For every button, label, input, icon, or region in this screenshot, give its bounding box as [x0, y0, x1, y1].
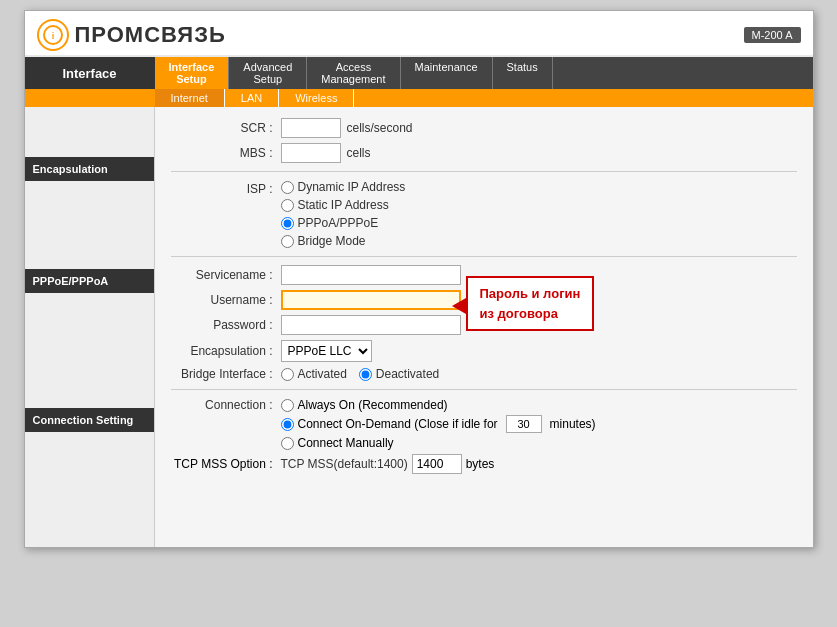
tab-access-management[interactable]: Access Management [307, 57, 400, 89]
isp-static-label: Static IP Address [298, 198, 389, 212]
conn-manually-label: Connect Manually [298, 436, 394, 450]
scr-row: SCR : cells/second [171, 118, 797, 138]
conn-always-on[interactable]: Always On (Recommended) [281, 398, 596, 412]
conn-manually[interactable]: Connect Manually [281, 436, 596, 450]
bridge-activated-label: Activated [298, 367, 347, 381]
annotation-line2: из договора [480, 304, 581, 324]
servicename-label: Servicename : [171, 268, 281, 282]
isp-options: Dynamic IP Address Static IP Address PPP… [281, 180, 406, 248]
logo-icon: i [37, 19, 69, 51]
tab-interface-setup[interactable]: Interface Setup [155, 57, 230, 89]
left-sidebar: Encapsulation PPPoE/PPPoA Connection Set… [25, 107, 155, 547]
username-input[interactable] [281, 290, 461, 310]
mbs-label: MBS : [171, 146, 281, 160]
main-window: i ПРОМСВЯЗЬ M-200 A Interface Interface … [24, 10, 814, 548]
sub-tabs: Internet LAN Wireless [25, 89, 813, 107]
idle-unit: minutes) [550, 417, 596, 431]
isp-pppoe[interactable]: PPPoA/PPPoE [281, 216, 406, 230]
isp-pppoe-radio[interactable] [281, 217, 294, 230]
logo-text: ПРОМСВЯЗЬ [75, 22, 226, 48]
isp-dynamic[interactable]: Dynamic IP Address [281, 180, 406, 194]
tab-interface[interactable]: Interface [25, 57, 155, 89]
password-input[interactable] [281, 315, 461, 335]
connection-row: Connection : Always On (Recommended) Con… [171, 398, 797, 450]
mbs-row: MBS : cells [171, 143, 797, 163]
tcp-hint: TCP MSS(default:1400) [281, 457, 408, 471]
isp-label: ISP : [171, 180, 281, 196]
bridge-activated[interactable]: Activated [281, 367, 347, 381]
tcp-row: TCP MSS Option : TCP MSS(default:1400) b… [171, 454, 797, 474]
bridge-deactivated[interactable]: Deactivated [359, 367, 439, 381]
annotation-wrapper: Пароль и логин из договора [466, 276, 595, 331]
header: i ПРОМСВЯЗЬ M-200 A [25, 11, 813, 57]
mbs-unit: cells [347, 146, 371, 160]
isp-bridge[interactable]: Bridge Mode [281, 234, 406, 248]
main-content: SCR : cells/second MBS : cells ISP : Dyn… [155, 107, 813, 547]
sub-tab-internet[interactable]: Internet [155, 89, 225, 107]
logo-area: i ПРОМСВЯЗЬ [37, 19, 226, 51]
isp-dynamic-label: Dynamic IP Address [298, 180, 406, 194]
encapsulation-row: Encapsulation : PPPoE LLC PPPoE VC PPPoA… [171, 340, 797, 362]
conn-always-on-radio[interactable] [281, 399, 294, 412]
connection-setting-label: Connection : [171, 398, 281, 412]
nav-row: Interface Interface Setup Advanced Setup… [25, 57, 813, 89]
username-row: Username : Пароль и логин из договора [171, 290, 797, 310]
scr-input[interactable] [281, 118, 341, 138]
tcp-label: TCP MSS Option : [171, 457, 281, 471]
bridge-deactivated-label: Deactivated [376, 367, 439, 381]
tab-advanced-setup[interactable]: Advanced Setup [229, 57, 307, 89]
tcp-input[interactable] [412, 454, 462, 474]
servicename-input[interactable] [281, 265, 461, 285]
tcp-unit: bytes [466, 457, 495, 471]
bridge-row: Bridge Interface : Activated Deactivated [171, 367, 797, 381]
svg-text:i: i [51, 31, 54, 41]
conn-always-on-label: Always On (Recommended) [298, 398, 448, 412]
idle-input[interactable] [506, 415, 542, 433]
pppoe-label: PPPoE/PPPoA [25, 269, 154, 293]
isp-dynamic-radio[interactable] [281, 181, 294, 194]
bridge-label: Bridge Interface : [171, 367, 281, 381]
encapsulation-select-label: Encapsulation : [171, 344, 281, 358]
scr-label: SCR : [171, 121, 281, 135]
sub-tab-wireless[interactable]: Wireless [279, 89, 354, 107]
encapsulation-label: Encapsulation [25, 157, 154, 181]
tab-maintenance[interactable]: Maintenance [401, 57, 493, 89]
annotation-line1: Пароль и логин [480, 284, 581, 304]
conn-on-demand[interactable]: Connect On-Demand (Close if idle for min… [281, 415, 596, 433]
isp-static[interactable]: Static IP Address [281, 198, 406, 212]
mbs-input[interactable] [281, 143, 341, 163]
content-area: Encapsulation PPPoE/PPPoA Connection Set… [25, 107, 813, 547]
isp-bridge-label: Bridge Mode [298, 234, 366, 248]
username-label: Username : [171, 293, 281, 307]
bridge-deactivated-radio[interactable] [359, 368, 372, 381]
isp-static-radio[interactable] [281, 199, 294, 212]
model-badge: M-200 A [744, 27, 801, 43]
conn-manually-radio[interactable] [281, 437, 294, 450]
conn-on-demand-radio[interactable] [281, 418, 294, 431]
bridge-activated-radio[interactable] [281, 368, 294, 381]
connection-label: Connection Setting [25, 408, 154, 432]
annotation-box: Пароль и логин из договора [466, 276, 595, 331]
encapsulation-select[interactable]: PPPoE LLC PPPoE VC PPPoA LLC PPPoA VC [281, 340, 372, 362]
password-label: Password : [171, 318, 281, 332]
isp-row: ISP : Dynamic IP Address Static IP Addre… [171, 180, 797, 248]
pppoe-section: Servicename : Username : Пароль и логин … [171, 265, 797, 381]
tab-status[interactable]: Status [493, 57, 553, 89]
connection-options: Always On (Recommended) Connect On-Deman… [281, 398, 596, 450]
isp-bridge-radio[interactable] [281, 235, 294, 248]
sub-tab-lan[interactable]: LAN [225, 89, 279, 107]
conn-on-demand-label: Connect On-Demand (Close if idle for [298, 417, 498, 431]
isp-pppoe-label: PPPoA/PPPoE [298, 216, 379, 230]
arrow-left-icon [452, 298, 466, 314]
scr-unit: cells/second [347, 121, 413, 135]
